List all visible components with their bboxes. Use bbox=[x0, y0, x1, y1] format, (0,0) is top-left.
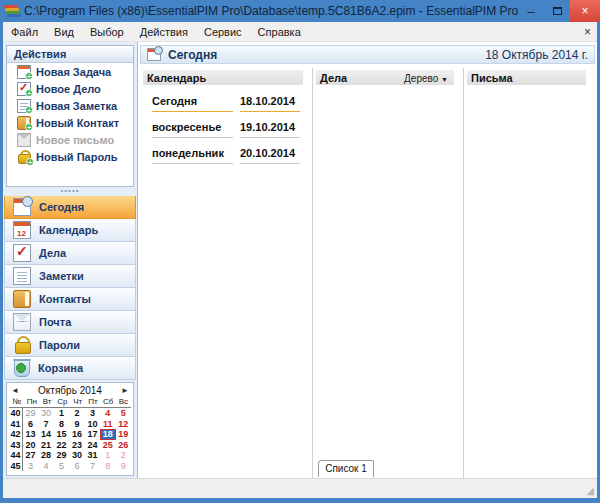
todos-column-header: Дела Дерево ▼ bbox=[316, 70, 454, 85]
calendar-day-cell[interactable]: 3 bbox=[23, 461, 38, 472]
menu-item[interactable]: Сервис bbox=[196, 23, 250, 41]
calendar-entry-label: Сегодня bbox=[152, 95, 233, 112]
calendar-day-cell[interactable]: 8 bbox=[100, 461, 115, 472]
mini-calendar: ◄ Октябрь 2014 ► № Пн Вт Ср Чт bbox=[6, 382, 134, 476]
action-item[interactable]: + Новый Пароль bbox=[7, 148, 133, 165]
nav-item[interactable]: Контакты bbox=[4, 288, 136, 311]
todos-view-label: Дерево bbox=[404, 73, 438, 84]
nav-item[interactable]: Дела bbox=[4, 242, 136, 265]
mini-calendar-month: Октябрь 2014 bbox=[23, 385, 117, 396]
calendar-day-cell[interactable]: 28 bbox=[38, 450, 53, 461]
calendar-day-cell[interactable]: 6 bbox=[69, 461, 84, 472]
calendar-entry-label: понедельник bbox=[152, 147, 233, 164]
todo-list-tab[interactable]: Список 1 bbox=[318, 460, 374, 477]
calendar-day-cell[interactable]: 14 bbox=[38, 429, 53, 440]
nav-item[interactable]: Пароли bbox=[4, 334, 136, 357]
calendar-day-cell[interactable]: 24 bbox=[85, 440, 100, 451]
calendar-day-cell[interactable]: 5 bbox=[54, 461, 69, 472]
calendar-day-cell[interactable]: 19 bbox=[116, 429, 131, 440]
action-item[interactable]: + Новое Дело bbox=[7, 80, 133, 97]
plus-badge-icon: + bbox=[25, 106, 33, 114]
calendar-day-cell[interactable]: 6 bbox=[23, 419, 38, 430]
calendar-day-cell[interactable]: 15 bbox=[54, 429, 69, 440]
menu-item[interactable]: Выбор bbox=[82, 23, 132, 41]
calendar-day-cell[interactable]: 27 bbox=[23, 450, 38, 461]
calendar-day-cell[interactable]: 8 bbox=[54, 419, 69, 430]
nav-item[interactable]: Сегодня bbox=[4, 196, 136, 219]
close-button[interactable]: × bbox=[570, 0, 600, 22]
calendar-day-cell[interactable]: 16 bbox=[69, 429, 84, 440]
calendar-day-cell[interactable]: 1 bbox=[54, 408, 69, 419]
day-header: Чт bbox=[70, 397, 85, 407]
day-header: Ср bbox=[55, 397, 70, 407]
calendar-day-cell[interactable]: 22 bbox=[54, 440, 69, 451]
calendar-entry-date: 18.10.2014 bbox=[240, 95, 300, 112]
calendar-day-cell[interactable]: 25 bbox=[100, 440, 115, 451]
calendar-day-cell[interactable]: 30 bbox=[38, 408, 53, 419]
calendar-day-cell[interactable]: 2 bbox=[116, 450, 131, 461]
calendar-day-cell[interactable]: 20 bbox=[23, 440, 38, 451]
action-item[interactable]: + Новая Задача bbox=[7, 63, 133, 80]
calendar-day-cell[interactable]: 9 bbox=[69, 419, 84, 430]
calendar-day-cell[interactable]: 13 bbox=[23, 429, 38, 440]
nav-item[interactable]: Корзина bbox=[4, 357, 136, 380]
action-item[interactable]: + Новая Заметка bbox=[7, 97, 133, 114]
essentialpim-window: C:\Program Files (x86)\EssentialPIM Pro\… bbox=[0, 0, 600, 503]
calendar-day-cell[interactable]: 2 bbox=[69, 408, 84, 419]
calendar-day-cell[interactable]: 18 bbox=[100, 429, 115, 440]
prev-month-icon[interactable]: ◄ bbox=[11, 386, 23, 395]
calendar-entry-row[interactable]: Сегодня 18.10.2014 bbox=[152, 95, 300, 112]
action-item-label: Новое письмо bbox=[36, 134, 114, 146]
menu-close-icon[interactable]: × bbox=[580, 25, 595, 39]
menu-item[interactable]: Вид bbox=[46, 23, 82, 41]
calendar-day-cell[interactable]: 17 bbox=[85, 429, 100, 440]
calendar-day-cell[interactable]: 26 bbox=[116, 440, 131, 451]
nav-item-label: Почта bbox=[39, 316, 71, 328]
action-item[interactable]: + Новое письмо bbox=[7, 131, 133, 148]
nav-item[interactable]: Календарь bbox=[4, 219, 136, 242]
calendar-day-cell[interactable]: 3 bbox=[85, 408, 100, 419]
sidebar-splitter[interactable]: ••••• bbox=[3, 188, 137, 196]
calendar-day-cell[interactable]: 31 bbox=[85, 450, 100, 461]
calendar-day-cell[interactable]: 9 bbox=[116, 461, 131, 472]
menu-item[interactable]: Действия bbox=[132, 23, 196, 41]
calendar-day-cell[interactable]: 12 bbox=[116, 419, 131, 430]
calendar-day-cell[interactable]: 30 bbox=[69, 450, 84, 461]
main-area: Сегодня 18 Октябрь 2014 г. Календарь Сег… bbox=[137, 42, 597, 478]
calendar-day-cell[interactable]: 23 bbox=[69, 440, 84, 451]
mail-column-title: Письма bbox=[471, 72, 513, 84]
calendar-day-cell[interactable]: 4 bbox=[38, 461, 53, 472]
calendar-day-cell[interactable]: 21 bbox=[38, 440, 53, 451]
calendar-day-cell[interactable]: 1 bbox=[100, 450, 115, 461]
resize-grip-icon[interactable]: ◢ bbox=[586, 485, 594, 496]
calendar-day-cell[interactable]: 29 bbox=[54, 450, 69, 461]
todos-column-title: Дела bbox=[320, 72, 347, 84]
title-bar[interactable]: C:\Program Files (x86)\EssentialPIM Pro\… bbox=[0, 0, 600, 22]
calendar-day-cell[interactable]: 11 bbox=[100, 419, 115, 430]
action-item[interactable]: + Новый Контакт bbox=[7, 114, 133, 131]
calendar-week-row: 42 13 14 15 16 17 18 19 bbox=[9, 429, 131, 440]
actions-panel: Действия + Новая Задача + Новое Дело bbox=[6, 45, 134, 187]
calendar-week-row: 41 6 7 8 9 10 11 12 bbox=[9, 419, 131, 430]
maximize-button[interactable] bbox=[544, 0, 570, 22]
calendar-entry-row[interactable]: воскресенье 19.10.2014 bbox=[152, 121, 300, 138]
new-task-icon: + bbox=[17, 65, 31, 79]
calendar-week-row: 45 3 4 5 6 7 8 9 bbox=[9, 461, 131, 472]
calendar-entry-row[interactable]: понедельник 20.10.2014 bbox=[152, 147, 300, 164]
calendar-day-cell[interactable]: 7 bbox=[38, 419, 53, 430]
mail-column-header: Письма bbox=[467, 70, 586, 85]
todos-view-selector[interactable]: Дерево ▼ bbox=[404, 73, 448, 84]
day-header: Пт bbox=[85, 397, 100, 407]
calendar-day-cell[interactable]: 29 bbox=[23, 408, 38, 419]
minimize-button[interactable]: – bbox=[518, 0, 544, 22]
nav-item[interactable]: Почта bbox=[4, 311, 136, 334]
menu-item[interactable]: Справка bbox=[250, 23, 309, 41]
menu-item[interactable]: Файл bbox=[3, 23, 46, 41]
calendar-day-cell[interactable]: 4 bbox=[100, 408, 115, 419]
calendar-day-cell[interactable]: 7 bbox=[85, 461, 100, 472]
nav-item[interactable]: Заметки bbox=[4, 265, 136, 288]
calendar-day-cell[interactable]: 5 bbox=[116, 408, 131, 419]
day-header: Вс bbox=[116, 397, 131, 407]
calendar-day-cell[interactable]: 10 bbox=[85, 419, 100, 430]
next-month-icon[interactable]: ► bbox=[117, 386, 129, 395]
